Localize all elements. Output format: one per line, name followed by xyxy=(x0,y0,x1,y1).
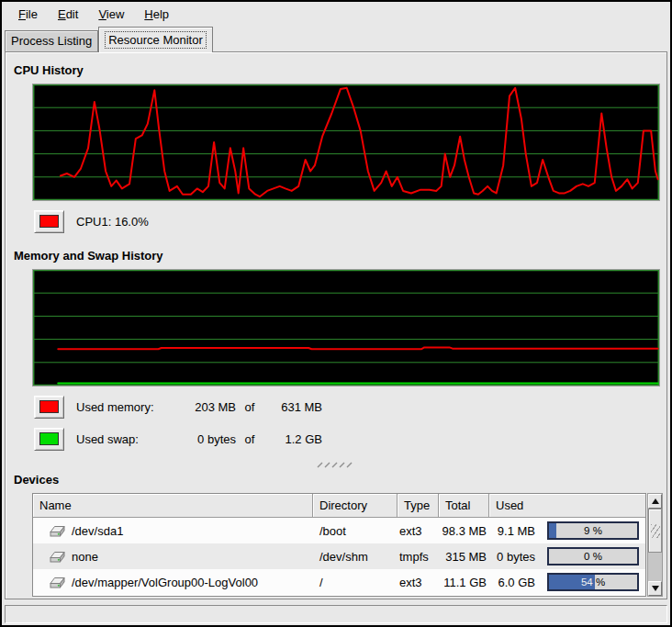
device-total: 11.1 GB xyxy=(439,576,489,589)
status-bar xyxy=(5,605,667,623)
device-total: 315 MB xyxy=(439,550,489,564)
hard-disk-icon xyxy=(50,576,65,588)
device-row[interactable]: /dev/sda1 /boot ext3 98.3 MB 9.1 MB 9 % … xyxy=(33,518,645,543)
devices-table-body: /dev/sda1 /boot ext3 98.3 MB 9.1 MB 9 % … xyxy=(33,518,645,595)
tab-resource-monitor[interactable]: Resource Monitor xyxy=(98,27,213,52)
swap-legend-label: Used swap: xyxy=(76,432,181,446)
menu-view[interactable]: View xyxy=(89,5,133,24)
device-row[interactable]: /dev/mapper/VolGroup00-LogVol00 / ext3 1… xyxy=(33,569,645,595)
tab-strip: Process Listing Resource Monitor xyxy=(2,26,670,51)
usage-progress-fill: 54 % xyxy=(549,575,595,589)
device-name: none xyxy=(72,550,98,564)
system-monitor-window: File Edit View Help Process Listing Reso… xyxy=(0,0,672,627)
usage-percent-label: 0 % xyxy=(549,549,637,564)
hard-disk-icon xyxy=(50,550,65,563)
header-name[interactable]: Name xyxy=(33,494,313,518)
cpu-legend-label: CPU1: 16.0% xyxy=(76,215,149,229)
menu-file[interactable]: File xyxy=(9,5,47,24)
memory-color-button[interactable] xyxy=(34,396,64,419)
used-memory-line xyxy=(58,347,657,349)
devices-table-header: Name Directory Type Total Used xyxy=(33,494,645,518)
disk-led xyxy=(58,533,60,535)
header-used[interactable]: Used xyxy=(489,494,645,518)
device-row[interactable]: none /dev/shm tmpfs 315 MB 0 bytes 0 % 0… xyxy=(33,543,645,569)
device-directory: /boot xyxy=(313,524,398,538)
disk-led xyxy=(58,585,60,587)
cpu-history-title: CPU History xyxy=(14,63,666,77)
device-name: /dev/mapper/VolGroup00-LogVol00 xyxy=(72,576,258,589)
header-directory[interactable]: Directory xyxy=(313,494,398,518)
usage-progressbar: 54 % 54 % xyxy=(547,573,639,591)
device-name: /dev/sda1 xyxy=(72,524,123,538)
memory-used-value: 203 MB xyxy=(181,400,236,414)
memory-of-label: of xyxy=(236,400,263,414)
resource-monitor-page: CPU History CPU1: 16.0% Memory and Swap … xyxy=(5,51,667,599)
memory-graph-svg xyxy=(33,270,659,386)
cpu-legend: CPU1: 16.0% xyxy=(34,209,666,233)
cpu-color-button[interactable] xyxy=(34,210,64,233)
disk-led xyxy=(58,559,60,561)
cpu-history-graph xyxy=(32,84,660,201)
swap-color-button[interactable] xyxy=(34,428,64,451)
device-type: ext3 xyxy=(398,576,439,589)
thumb-grip-icon xyxy=(651,524,660,538)
memory-legend: Used memory: 203 MB of 631 MB xyxy=(34,395,666,419)
tab-process-listing[interactable]: Process Listing xyxy=(5,30,98,51)
memory-total-value: 631 MB xyxy=(263,400,322,414)
devices-table: Name Directory Type Total Used /dev/sda1… xyxy=(32,493,646,597)
scrollbar-thumb[interactable] xyxy=(648,509,662,553)
hard-disk-icon xyxy=(50,524,65,537)
swap-used-value: 0 bytes xyxy=(181,432,236,446)
swap-of-label: of xyxy=(236,432,263,446)
up-arrow-icon xyxy=(652,498,659,504)
device-type: ext3 xyxy=(398,524,439,538)
devices-title: Devices xyxy=(14,473,666,487)
down-arrow-icon xyxy=(652,586,659,591)
device-directory: / xyxy=(313,576,398,589)
menu-bar: File Edit View Help xyxy=(2,2,670,26)
memory-swap-graph xyxy=(32,269,660,386)
devices-area: Name Directory Type Total Used /dev/sda1… xyxy=(32,493,666,597)
memory-legend-label: Used memory: xyxy=(76,400,181,414)
device-used: 0 bytes xyxy=(489,550,535,564)
scrollbar-track[interactable] xyxy=(648,509,662,581)
usage-progress-fill: 9 % xyxy=(549,523,556,538)
memory-history-title: Memory and Swap History xyxy=(14,249,666,263)
swap-legend: Used swap: 0 bytes of 1.2 GB xyxy=(34,427,666,451)
device-type: tmpfs xyxy=(398,550,439,564)
header-type[interactable]: Type xyxy=(398,494,439,518)
usage-progressbar: 0 % 0 % xyxy=(547,547,639,565)
swap-total-value: 1.2 GB xyxy=(263,432,322,446)
cpu-color-swatch xyxy=(39,215,59,228)
usage-percent-label: 9 % xyxy=(549,523,637,538)
device-total: 98.3 MB xyxy=(439,524,489,538)
menu-help[interactable]: Help xyxy=(135,5,178,24)
pane-resize-grip[interactable] xyxy=(316,458,356,467)
memory-color-swatch xyxy=(39,400,59,413)
cpu1-line xyxy=(61,88,658,196)
scrollbar-up-button[interactable] xyxy=(648,494,662,509)
header-total[interactable]: Total xyxy=(439,494,489,518)
swap-color-swatch xyxy=(39,432,59,445)
device-used: 9.1 MB xyxy=(489,524,535,538)
device-directory: /dev/shm xyxy=(313,550,398,564)
cpu-graph-svg xyxy=(33,84,659,200)
devices-scrollbar[interactable] xyxy=(647,493,663,597)
scrollbar-down-button[interactable] xyxy=(648,581,662,596)
menu-edit[interactable]: Edit xyxy=(49,5,87,24)
usage-progressbar: 9 % 9 % xyxy=(547,521,639,540)
device-used: 6.0 GB xyxy=(489,576,535,589)
